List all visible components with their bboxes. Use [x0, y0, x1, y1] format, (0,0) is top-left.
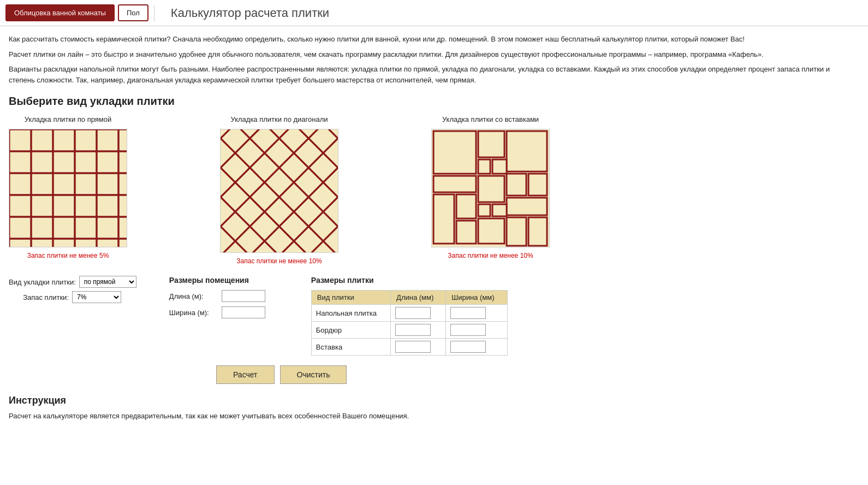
table-row: Бордюр: [311, 322, 507, 339]
room-length-input[interactable]: [222, 290, 265, 302]
reserve-row: Запас плитки: 5% 7% 10% 15%: [9, 291, 136, 303]
room-section-title: Размеры помещения: [169, 276, 278, 285]
tile-row-1-name: Бордюр: [311, 322, 390, 339]
tile-row-2-length-input[interactable]: [395, 341, 431, 353]
tile-sizes-title: Размеры плитки: [311, 276, 508, 285]
instruction-title: Инструкция: [9, 395, 854, 406]
tile-option-straight-note: Запас плитки не менее 5%: [27, 252, 109, 259]
header: Облицовка ванной комнаты Пол Калькулятор…: [0, 0, 868, 26]
calc-button[interactable]: Расчет: [216, 365, 275, 384]
left-controls: Вид укладки плитки: по прямой по диагона…: [9, 276, 136, 303]
tile-row-1-length-input[interactable]: [395, 324, 431, 336]
clear-button[interactable]: Очистить: [280, 365, 347, 384]
tile-canvas-diagonal[interactable]: [220, 129, 338, 253]
layout-type-label: Вид укладки плитки:: [9, 278, 76, 286]
tile-option-straight-label: Укладка плитки по прямой: [25, 115, 112, 123]
tile-row-0-width-input[interactable]: [450, 307, 486, 319]
nav-btn-bathroom[interactable]: Облицовка ванной комнаты: [5, 4, 115, 21]
tile-option-diagonal-note: Запас плитки не менее 10%: [236, 257, 322, 265]
tile-row-2-length-cell: [391, 339, 446, 356]
reserve-label: Запас плитки:: [9, 293, 69, 301]
table-row: Вставка: [311, 339, 507, 356]
tile-sizes-section: Размеры плитки Вид плитки Длина (мм) Шир…: [311, 276, 508, 356]
tile-sizes-table: Вид плитки Длина (мм) Ширина (мм) Наполь…: [311, 290, 508, 356]
reserve-select[interactable]: 5% 7% 10% 15%: [72, 291, 121, 303]
intro-p1: Как рассчитать стоимость керамической пл…: [9, 34, 854, 45]
tile-row-1-width-cell: [446, 322, 508, 339]
tile-row-0-length-input[interactable]: [395, 307, 431, 319]
room-width-input[interactable]: [222, 306, 265, 318]
tile-option-inserts-label: Укладка плитки со вставками: [442, 115, 539, 123]
col-tile-width: Ширина (мм): [446, 291, 508, 305]
col-tile-length: Длина (мм): [391, 291, 446, 305]
controls-row: Вид укладки плитки: по прямой по диагона…: [9, 276, 854, 356]
intro-p2: Расчет плитки он лайн – это быстро и зна…: [9, 49, 854, 60]
room-length-row: Длина (м):: [169, 290, 278, 302]
tile-row-1-length-cell: [391, 322, 446, 339]
tile-option-inserts-note: Запас плитки не менее 10%: [448, 252, 533, 259]
layout-type-row: Вид укладки плитки: по прямой по диагона…: [9, 276, 136, 288]
intro-p3: Варианты раскладки напольной плитки могу…: [9, 64, 854, 85]
action-buttons: Расчет Очистить: [216, 365, 854, 384]
section-title: Выберите вид укладки плитки: [9, 95, 854, 108]
tile-row-1-width-input[interactable]: [450, 324, 486, 336]
page-title: Калькулятор расчета плитки: [171, 6, 329, 20]
tile-canvas-straight[interactable]: [9, 129, 127, 247]
tile-option-straight[interactable]: Укладка плитки по прямой Запас плитки не…: [9, 115, 127, 259]
tile-row-2-width-cell: [446, 339, 508, 356]
room-width-label: Ширина (м):: [169, 309, 218, 317]
tile-row-0-width-cell: [446, 305, 508, 322]
tile-row-0-length-cell: [391, 305, 446, 322]
tile-row-0-name: Напольная плитка: [311, 305, 390, 322]
col-tile-type: Вид плитки: [311, 291, 390, 305]
tile-options-row: Укладка плитки по прямой Запас плитки не…: [9, 115, 854, 265]
room-length-label: Длина (м):: [169, 292, 218, 300]
nav-divider: [154, 5, 154, 21]
tile-canvas-inserts[interactable]: [431, 129, 550, 247]
tile-option-diagonal[interactable]: Укладка плитки по диагонали Запас плитки…: [220, 115, 338, 265]
nav-btn-floor[interactable]: Пол: [118, 4, 148, 21]
table-row: Напольная плитка: [311, 305, 507, 322]
tile-option-diagonal-label: Укладка плитки по диагонали: [230, 115, 328, 123]
tile-row-2-name: Вставка: [311, 339, 390, 356]
tile-row-2-width-input[interactable]: [450, 341, 486, 353]
instruction-text: Расчет на калькуляторе является предвари…: [9, 411, 854, 422]
room-width-row: Ширина (м):: [169, 306, 278, 318]
main-content: Как рассчитать стоимость керамической пл…: [0, 26, 863, 429]
room-section: Размеры помещения Длина (м): Ширина (м):: [169, 276, 278, 323]
tile-option-inserts[interactable]: Укладка плитки со вставками Запас плитки…: [431, 115, 550, 259]
layout-type-select[interactable]: по прямой по диагонали со вставками: [79, 276, 136, 288]
